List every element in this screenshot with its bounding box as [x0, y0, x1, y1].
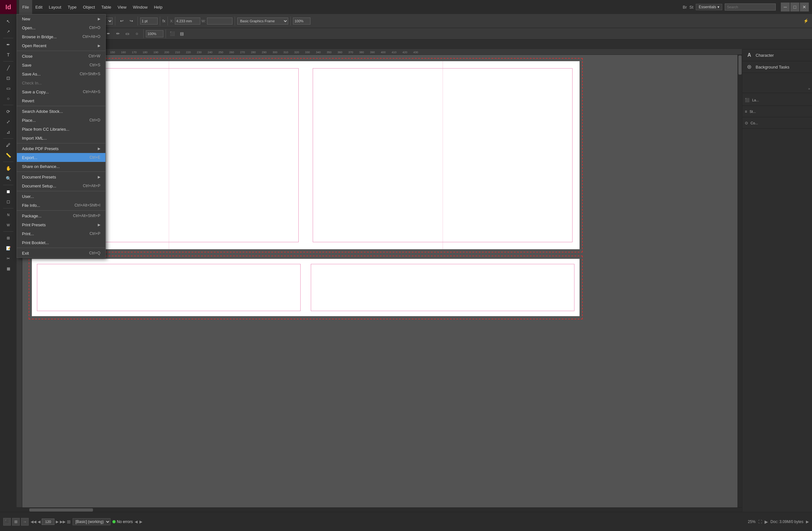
mini-panel-expand[interactable]: »: [808, 87, 810, 90]
search-input[interactable]: [725, 3, 776, 11]
preview-mode-btn[interactable]: W: [2, 220, 14, 230]
page-number-input[interactable]: [42, 519, 55, 525]
line-tool[interactable]: ╱: [2, 63, 14, 73]
shear-tool[interactable]: ⊿: [2, 127, 14, 137]
menu-fileinfo[interactable]: File Info... Ctrl+Alt+Shift+I: [17, 201, 105, 210]
note-tool[interactable]: 📝: [2, 243, 14, 253]
rotate-tool[interactable]: ⟳: [2, 107, 14, 116]
menu-save[interactable]: Save Ctrl+S: [17, 60, 105, 69]
ellipse-tool[interactable]: ○: [2, 94, 14, 103]
stock-icon[interactable]: St: [690, 5, 693, 10]
selection-tool[interactable]: ↖: [2, 17, 14, 26]
info-btn[interactable]: ▶: [806, 519, 809, 524]
essentials-button[interactable]: Essentials ▾: [696, 4, 722, 10]
menu-table[interactable]: Table: [98, 0, 114, 14]
menu-cc-place[interactable]: Place from CC Libraries...: [17, 125, 105, 134]
menu-importxml[interactable]: Import XML...: [17, 134, 105, 142]
scale-tool[interactable]: ⤢: [2, 117, 14, 127]
mini-item-2[interactable]: ≡ St...: [742, 106, 812, 117]
status-icon-3[interactable]: →: [21, 518, 29, 526]
menu-edit[interactable]: Edit: [32, 0, 45, 14]
prefix-selector[interactable]: [Basic] (working): [73, 518, 111, 525]
menu-export[interactable]: Export... Ctrl+E: [17, 153, 105, 162]
hscrollbar-thumb[interactable]: [29, 508, 93, 512]
menu-view[interactable]: View: [114, 0, 130, 14]
undo-btn[interactable]: ↩: [117, 17, 126, 25]
menu-window[interactable]: Window: [130, 0, 150, 14]
zoom-input[interactable]: [146, 30, 163, 37]
rect-frame-tool[interactable]: ⊡: [2, 73, 14, 83]
page-prev-btn[interactable]: ◀◀: [31, 519, 36, 524]
menu-place[interactable]: Place... Ctrl+D: [17, 116, 105, 125]
eyedropper-tool[interactable]: 🖉: [2, 140, 14, 150]
play-btn[interactable]: ▶: [765, 519, 768, 524]
pencil-btn[interactable]: ✏: [114, 30, 122, 38]
stroke-color-btn[interactable]: □: [2, 197, 14, 207]
close-button[interactable]: ✕: [800, 2, 809, 12]
align-left-btn[interactable]: ⬛: [168, 30, 176, 38]
zoom-tool[interactable]: 🔍: [2, 174, 14, 183]
live-corner-btn[interactable]: ⚡: [802, 17, 810, 25]
pen-tool[interactable]: ✒: [2, 40, 14, 50]
menu-help[interactable]: Help: [150, 0, 165, 14]
bridge-icon[interactable]: Br: [683, 5, 687, 10]
menu-recent[interactable]: Open Recent ▶: [17, 41, 105, 50]
hscrollbar[interactable]: [17, 507, 742, 512]
table-tool[interactable]: ⊞: [2, 233, 14, 243]
menu-docpresets[interactable]: Document Presets ▶: [17, 172, 105, 181]
menu-layout[interactable]: Layout: [45, 0, 64, 14]
measure-tool[interactable]: 📏: [2, 151, 14, 160]
menu-file[interactable]: File: [19, 0, 32, 14]
w-input[interactable]: [207, 17, 232, 25]
shape-btn[interactable]: ▭: [123, 30, 131, 38]
gradient-tool[interactable]: ▦: [2, 264, 14, 274]
menu-new[interactable]: New ▶: [17, 14, 105, 23]
minimize-button[interactable]: ─: [781, 2, 790, 12]
menu-behance[interactable]: Share on Behance...: [17, 162, 105, 171]
page-next-btn[interactable]: ▶: [56, 519, 59, 524]
menu-bridge[interactable]: Browse in Bridge... Ctrl+Alt+O: [17, 32, 105, 41]
menu-printpresets[interactable]: Print Presets ▶: [17, 220, 105, 229]
maximize-button[interactable]: □: [791, 2, 799, 12]
menu-object[interactable]: Object: [80, 0, 98, 14]
frame-type-selector[interactable]: Basic Graphics Frame: [237, 17, 288, 25]
menu-revert[interactable]: Revert: [17, 96, 105, 105]
stroke-weight-input[interactable]: [140, 17, 158, 25]
error-nav-next[interactable]: ▶: [140, 519, 142, 524]
status-icon-1[interactable]: ⬛: [3, 518, 11, 526]
menu-close[interactable]: Close Ctrl+W: [17, 52, 105, 60]
menu-package[interactable]: Package... Ctrl+Alt+Shift+P: [17, 211, 105, 220]
canvas-scroll[interactable]: [22, 55, 742, 512]
character-header[interactable]: A Character: [742, 50, 812, 61]
page-first-btn[interactable]: ◀: [38, 519, 41, 524]
normal-mode-btn[interactable]: N: [2, 210, 14, 220]
rect-tool[interactable]: ▭: [2, 84, 14, 93]
hand-tool[interactable]: ✋: [2, 164, 14, 173]
menu-docsetup[interactable]: Document Setup... Ctrl+Alt+P: [17, 181, 105, 190]
direct-selection-tool[interactable]: ↗: [2, 27, 14, 36]
align-center-btn[interactable]: ▤: [178, 30, 186, 38]
mini-item-1[interactable]: ⬛ La...: [742, 94, 812, 106]
page-add-btn[interactable]: ⊞: [67, 519, 71, 524]
menu-exit[interactable]: Exit Ctrl+Q: [17, 249, 105, 257]
page-last-btn[interactable]: ▶▶: [60, 519, 66, 524]
scissors-tool[interactable]: ✂: [2, 254, 14, 263]
vscrollbar[interactable]: [738, 55, 742, 512]
menu-user[interactable]: User...: [17, 192, 105, 201]
menu-pdfpresets[interactable]: Adobe PDF Presets ▶: [17, 144, 105, 153]
background-tasks-header[interactable]: Background Tasks: [742, 61, 812, 73]
menu-print[interactable]: Print... Ctrl+P: [17, 229, 105, 238]
menu-stock[interactable]: Search Adobe Stock...: [17, 107, 105, 116]
menu-printbooklet[interactable]: Print Booklet...: [17, 238, 105, 247]
fill-color-btn[interactable]: ■: [2, 187, 14, 196]
menu-type[interactable]: Type: [64, 0, 79, 14]
zoom-preview-btn[interactable]: ⛶: [758, 519, 762, 524]
status-icon-2[interactable]: ⊞: [12, 518, 20, 526]
mini-item-3[interactable]: ⊙ Co...: [742, 117, 812, 129]
menu-open[interactable]: Open... Ctrl+O: [17, 23, 105, 32]
scale-input[interactable]: [293, 17, 310, 25]
ellipse-btn[interactable]: ○: [133, 30, 141, 38]
vscrollbar-thumb[interactable]: [738, 55, 742, 74]
redo-btn[interactable]: ↪: [127, 17, 135, 25]
type-tool[interactable]: T: [2, 50, 14, 60]
